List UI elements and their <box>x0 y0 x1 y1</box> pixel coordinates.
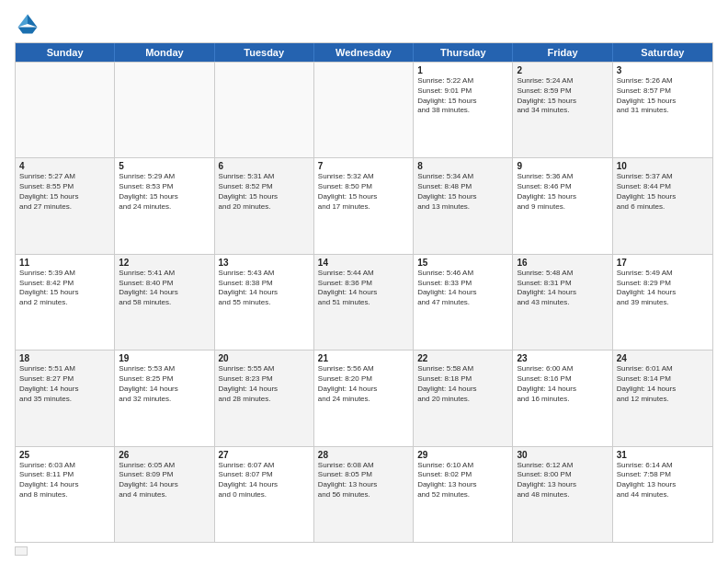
calendar-header-cell: Friday <box>513 43 612 62</box>
calendar-cell: 24Sunrise: 6:01 AM Sunset: 8:14 PM Dayli… <box>613 350 712 445</box>
day-number: 16 <box>517 258 608 268</box>
legend <box>15 546 713 556</box>
calendar-cell: 2Sunrise: 5:24 AM Sunset: 8:59 PM Daylig… <box>513 63 612 157</box>
calendar-cell: 22Sunrise: 5:58 AM Sunset: 8:18 PM Dayli… <box>414 350 513 445</box>
day-number: 31 <box>617 450 709 460</box>
cell-text: Sunrise: 6:07 AM Sunset: 8:07 PM Dayligh… <box>219 461 310 500</box>
legend-box <box>15 546 28 556</box>
svg-marker-1 <box>18 15 28 28</box>
cell-text: Sunrise: 5:32 AM Sunset: 8:50 PM Dayligh… <box>318 172 409 212</box>
logo-icon <box>15 11 40 37</box>
day-number: 18 <box>19 353 110 363</box>
day-number: 1 <box>417 65 508 75</box>
cell-text: Sunrise: 5:24 AM Sunset: 8:59 PM Dayligh… <box>517 76 608 116</box>
calendar-cell: 30Sunrise: 6:12 AM Sunset: 8:00 PM Dayli… <box>513 447 612 542</box>
day-number: 30 <box>517 450 608 460</box>
calendar-cell <box>215 63 314 157</box>
logo <box>15 11 42 37</box>
cell-text: Sunrise: 5:44 AM Sunset: 8:36 PM Dayligh… <box>318 269 409 308</box>
calendar-cell: 31Sunrise: 6:14 AM Sunset: 7:58 PM Dayli… <box>613 447 712 542</box>
day-number: 7 <box>318 161 409 171</box>
header <box>15 11 713 37</box>
day-number: 14 <box>318 258 409 268</box>
calendar-cell: 3Sunrise: 5:26 AM Sunset: 8:57 PM Daylig… <box>613 63 712 157</box>
svg-marker-0 <box>28 15 38 28</box>
day-number: 27 <box>219 450 310 460</box>
cell-text: Sunrise: 5:34 AM Sunset: 8:48 PM Dayligh… <box>417 172 508 212</box>
cell-text: Sunrise: 6:08 AM Sunset: 8:05 PM Dayligh… <box>318 461 409 500</box>
calendar-cell: 29Sunrise: 6:10 AM Sunset: 8:02 PM Dayli… <box>414 447 513 542</box>
day-number: 23 <box>517 353 608 363</box>
calendar-cell <box>16 63 115 157</box>
cell-text: Sunrise: 5:26 AM Sunset: 8:57 PM Dayligh… <box>617 76 709 116</box>
calendar-row: 11Sunrise: 5:39 AM Sunset: 8:42 PM Dayli… <box>16 254 712 350</box>
calendar-cell: 20Sunrise: 5:55 AM Sunset: 8:23 PM Dayli… <box>215 350 314 445</box>
day-number: 12 <box>119 258 210 268</box>
cell-text: Sunrise: 5:55 AM Sunset: 8:23 PM Dayligh… <box>219 364 310 404</box>
calendar-header-cell: Saturday <box>613 43 712 62</box>
calendar-row: 4Sunrise: 5:27 AM Sunset: 8:55 PM Daylig… <box>16 157 712 253</box>
calendar-header-cell: Thursday <box>414 43 513 62</box>
day-number: 2 <box>517 65 608 75</box>
calendar-cell: 7Sunrise: 5:32 AM Sunset: 8:50 PM Daylig… <box>314 158 414 253</box>
day-number: 28 <box>318 450 409 460</box>
cell-text: Sunrise: 5:39 AM Sunset: 8:42 PM Dayligh… <box>19 269 110 308</box>
calendar-header-cell: Tuesday <box>215 43 314 62</box>
calendar-cell: 4Sunrise: 5:27 AM Sunset: 8:55 PM Daylig… <box>16 158 115 253</box>
day-number: 8 <box>417 161 508 171</box>
cell-text: Sunrise: 5:58 AM Sunset: 8:18 PM Dayligh… <box>417 364 508 404</box>
calendar-cell: 16Sunrise: 5:48 AM Sunset: 8:31 PM Dayli… <box>513 255 612 350</box>
calendar-cell: 27Sunrise: 6:07 AM Sunset: 8:07 PM Dayli… <box>215 447 314 542</box>
calendar-cell <box>314 63 414 157</box>
cell-text: Sunrise: 5:53 AM Sunset: 8:25 PM Dayligh… <box>119 364 210 404</box>
day-number: 21 <box>318 353 409 363</box>
cell-text: Sunrise: 5:43 AM Sunset: 8:38 PM Dayligh… <box>219 269 310 308</box>
day-number: 10 <box>617 161 709 171</box>
calendar-cell: 8Sunrise: 5:34 AM Sunset: 8:48 PM Daylig… <box>414 158 513 253</box>
calendar: SundayMondayTuesdayWednesdayThursdayFrid… <box>15 42 713 543</box>
calendar-cell: 18Sunrise: 5:51 AM Sunset: 8:27 PM Dayli… <box>16 350 115 445</box>
cell-text: Sunrise: 5:41 AM Sunset: 8:40 PM Dayligh… <box>119 269 210 308</box>
cell-text: Sunrise: 5:56 AM Sunset: 8:20 PM Dayligh… <box>318 364 409 404</box>
calendar-cell: 6Sunrise: 5:31 AM Sunset: 8:52 PM Daylig… <box>215 158 314 253</box>
day-number: 22 <box>417 353 508 363</box>
calendar-cell: 10Sunrise: 5:37 AM Sunset: 8:44 PM Dayli… <box>613 158 712 253</box>
cell-text: Sunrise: 5:29 AM Sunset: 8:53 PM Dayligh… <box>119 172 210 212</box>
svg-marker-2 <box>18 28 38 34</box>
calendar-cell: 26Sunrise: 6:05 AM Sunset: 8:09 PM Dayli… <box>115 447 214 542</box>
calendar-header-cell: Wednesday <box>314 43 414 62</box>
cell-text: Sunrise: 6:10 AM Sunset: 8:02 PM Dayligh… <box>417 461 508 500</box>
day-number: 11 <box>19 258 110 268</box>
cell-text: Sunrise: 6:00 AM Sunset: 8:16 PM Dayligh… <box>517 364 608 404</box>
calendar-row: 25Sunrise: 6:03 AM Sunset: 8:11 PM Dayli… <box>16 446 712 542</box>
day-number: 29 <box>417 450 508 460</box>
cell-text: Sunrise: 6:14 AM Sunset: 7:58 PM Dayligh… <box>617 461 709 500</box>
calendar-cell: 14Sunrise: 5:44 AM Sunset: 8:36 PM Dayli… <box>314 255 414 350</box>
day-number: 4 <box>19 161 110 171</box>
day-number: 24 <box>617 353 709 363</box>
calendar-cell: 13Sunrise: 5:43 AM Sunset: 8:38 PM Dayli… <box>215 255 314 350</box>
cell-text: Sunrise: 5:46 AM Sunset: 8:33 PM Dayligh… <box>417 269 508 308</box>
calendar-cell: 9Sunrise: 5:36 AM Sunset: 8:46 PM Daylig… <box>513 158 612 253</box>
day-number: 9 <box>517 161 608 171</box>
calendar-cell: 28Sunrise: 6:08 AM Sunset: 8:05 PM Dayli… <box>314 447 414 542</box>
day-number: 15 <box>417 258 508 268</box>
cell-text: Sunrise: 6:01 AM Sunset: 8:14 PM Dayligh… <box>617 364 709 404</box>
calendar-header-cell: Sunday <box>16 43 115 62</box>
calendar-cell: 23Sunrise: 6:00 AM Sunset: 8:16 PM Dayli… <box>513 350 612 445</box>
cell-text: Sunrise: 5:36 AM Sunset: 8:46 PM Dayligh… <box>517 172 608 212</box>
day-number: 13 <box>219 258 310 268</box>
day-number: 26 <box>119 450 210 460</box>
calendar-cell: 1Sunrise: 5:22 AM Sunset: 9:01 PM Daylig… <box>414 63 513 157</box>
cell-text: Sunrise: 6:05 AM Sunset: 8:09 PM Dayligh… <box>119 461 210 500</box>
cell-text: Sunrise: 6:03 AM Sunset: 8:11 PM Dayligh… <box>19 461 110 500</box>
calendar-header-cell: Monday <box>115 43 214 62</box>
calendar-cell: 19Sunrise: 5:53 AM Sunset: 8:25 PM Dayli… <box>115 350 214 445</box>
calendar-cell: 17Sunrise: 5:49 AM Sunset: 8:29 PM Dayli… <box>613 255 712 350</box>
day-number: 5 <box>119 161 210 171</box>
calendar-cell <box>115 63 214 157</box>
day-number: 19 <box>119 353 210 363</box>
calendar-cell: 11Sunrise: 5:39 AM Sunset: 8:42 PM Dayli… <box>16 255 115 350</box>
day-number: 17 <box>617 258 709 268</box>
cell-text: Sunrise: 6:12 AM Sunset: 8:00 PM Dayligh… <box>517 461 608 500</box>
